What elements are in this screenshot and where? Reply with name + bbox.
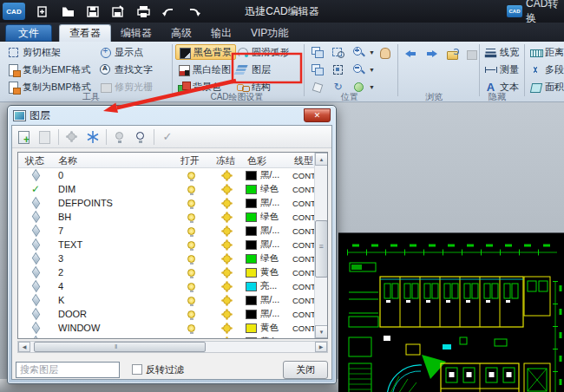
invert-filter-checkbox[interactable] [132,364,142,375]
bulb-icon[interactable] [187,297,195,304]
bulb-off-icon[interactable] [133,129,148,145]
bulb-icon[interactable] [187,241,195,249]
invert-filter-option[interactable]: 反转过滤 [132,363,184,376]
bulb-icon[interactable] [187,255,195,263]
layer-color-swatch[interactable] [246,282,257,291]
snowflake-freeze-icon[interactable] [85,129,101,145]
smooth-arc-button[interactable]: 圆滑弧形 [234,44,290,60]
zoom-window-button[interactable] [330,44,347,60]
open-folder-icon[interactable] [59,3,76,19]
sun-icon[interactable] [223,269,231,277]
scroll-up-icon[interactable]: ▲ [315,153,328,166]
layers-button[interactable]: 图层 [234,62,271,77]
zoom-in-button[interactable]: ▼ [351,44,375,60]
measure-button[interactable]: 测量 [482,62,519,77]
zoom-extents-button[interactable] [330,62,347,77]
sun-icon[interactable] [223,324,231,332]
table-row[interactable]: ✓ 2 黄色 CONTINUO [18,265,314,279]
bulb-icon[interactable] [187,172,195,180]
scroll-left-icon[interactable]: ◀ [18,342,30,352]
bulb-icon[interactable] [187,310,195,318]
tab-output[interactable]: 输出 [201,24,241,42]
layer-color-swatch[interactable] [246,337,257,339]
col-status[interactable]: 状态 [25,154,44,167]
sun-icon[interactable] [223,241,231,249]
horizontal-scrollbar[interactable]: ◀ ▶ [17,341,328,353]
sun-icon[interactable] [223,283,231,291]
layer-color-swatch[interactable] [246,240,257,250]
table-row[interactable]: ✓ BH 绿色 CONTINUO [18,210,314,224]
table-row[interactable]: ✓ K 黑/... CONTINUO [18,293,314,307]
layer-color-swatch[interactable] [246,323,257,333]
close-button[interactable]: 关闭 [283,361,328,379]
col-color[interactable]: 色彩 [247,154,266,167]
layer-color-swatch[interactable] [246,185,257,194]
vertical-scroll-thumb[interactable] [315,220,328,278]
line-width-button[interactable]: 线宽 [482,44,519,60]
overlap-windows-button[interactable] [309,44,326,60]
table-row[interactable]: ✓ 3 绿色 CONTINUO [18,252,314,265]
vertical-scrollbar[interactable]: ▲ ▼ [314,153,327,338]
col-open[interactable]: 打开 [180,154,200,167]
table-row[interactable]: ✓ DEFPOINTS 黑/... CONTINUO [18,196,314,210]
layer-color-swatch[interactable] [246,268,257,278]
copy-emf-button[interactable]: 复制为EMF格式 [5,62,90,77]
bw-drawing-button[interactable]: 黑白绘图 [175,62,231,77]
print-icon[interactable] [134,3,152,19]
tab-vip[interactable]: VIP功能 [241,24,298,42]
col-name[interactable]: 名称 [58,154,77,167]
black-background-button[interactable]: 黑色背景 [175,44,236,60]
chevron-down-icon[interactable]: ▼ [369,84,375,90]
history-folder-button[interactable] [444,46,462,62]
table-row[interactable]: ✓ 黄色 CONTINUO [18,335,314,338]
redo-icon[interactable] [185,3,202,19]
sun-icon[interactable] [223,213,231,221]
table-row[interactable]: ✓ DOOR 黑/... CONTINUO [18,307,314,321]
table-row[interactable]: ✓ 4 亮... CONTINUO [18,279,314,293]
sun-icon[interactable] [223,255,231,263]
chevron-down-icon[interactable]: ▼ [369,49,375,56]
bulb-icon[interactable] [187,283,195,291]
cad-converter-button[interactable]: CAD CAD转换 [507,0,564,23]
distance-button[interactable]: 距离 [528,44,564,60]
sun-icon[interactable] [223,310,231,318]
table-row[interactable]: ✓ TEXT 黑/... CONTINUO [18,238,314,252]
col-linetype[interactable]: 线型 [294,154,313,167]
sun-icon[interactable] [223,186,231,193]
layer-color-swatch[interactable] [246,212,257,222]
layer-color-swatch[interactable] [246,171,257,180]
layer-color-swatch[interactable] [246,254,257,264]
scroll-right-icon[interactable]: ▶ [315,342,327,352]
show-points-button[interactable]: 显示点 [97,44,143,60]
horizontal-scroll-thumb[interactable] [34,342,206,352]
tab-editor[interactable]: 编辑器 [111,24,161,42]
bulb-icon[interactable] [187,213,195,221]
file-menu-button[interactable]: 文件 [5,24,52,42]
copy-view-button[interactable] [309,62,326,77]
sun-icon[interactable] [223,227,231,235]
table-row[interactable]: ✓ 0 黑/... CONTINUO [18,168,314,182]
bulb-icon[interactable] [187,324,195,332]
new-file-icon[interactable] [34,3,51,19]
undo-icon[interactable] [160,3,177,19]
forward-button[interactable] [423,46,441,62]
layer-color-swatch[interactable] [246,310,257,319]
bulb-icon[interactable] [187,199,195,207]
tab-advanced[interactable]: 高级 [161,24,201,42]
back-button[interactable] [403,46,420,62]
bulb-icon[interactable] [187,338,195,339]
table-row[interactable]: ✓ 7 黑/... CONTINUO [18,224,314,238]
col-freeze[interactable]: 冻结 [216,154,235,167]
dialog-close-button[interactable]: ✕ [304,108,331,122]
cad-drawing-canvas[interactable]: 百科全说 助你轻松解决 [338,232,564,392]
bulb-icon[interactable] [187,186,195,193]
layer-color-swatch[interactable] [246,226,257,236]
new-layer-icon[interactable] [16,129,32,145]
dialog-title-bar[interactable]: 图层 [8,106,336,125]
area-button[interactable]: 面积 [528,79,564,95]
sun-icon[interactable] [223,172,231,180]
clip-frame-button[interactable]: 剪切框架 [5,44,61,60]
sun-icon[interactable] [223,338,231,339]
sun-icon[interactable] [223,199,231,207]
zoom-out-button[interactable]: ▼ [351,62,375,77]
